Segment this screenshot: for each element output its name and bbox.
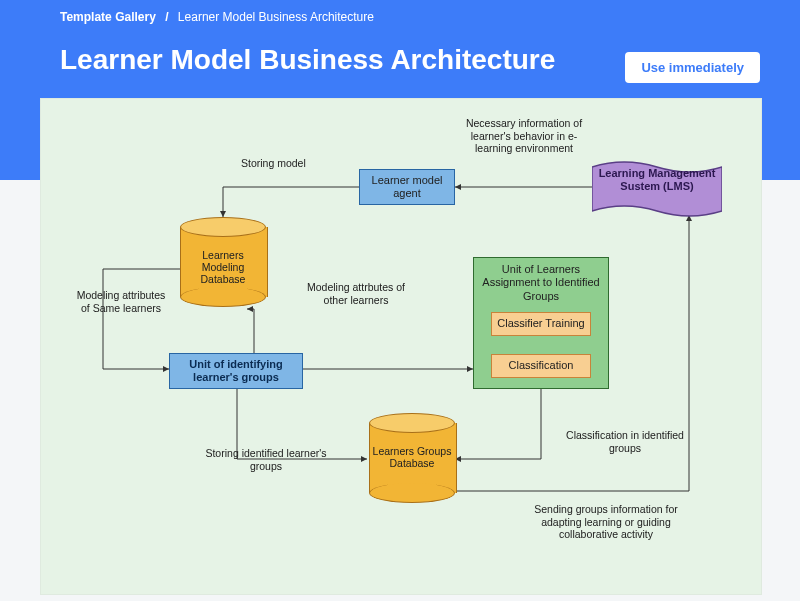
annot-modeling-same: Modeling attributes of Same learners <box>71 289 171 314</box>
annot-necessary-info: Necessary information of learner's behav… <box>459 117 589 155</box>
db-label: Learners Groups Database <box>369 445 455 469</box>
node-unit-identifying[interactable]: Unit of identifying learner's groups <box>169 353 303 389</box>
annot-sending-groups: Sending groups information for adapting … <box>521 503 691 541</box>
breadcrumb: Template Gallery / Learner Model Busines… <box>60 10 374 24</box>
node-assignment-group[interactable]: Unit of Learners Assignment to Identifie… <box>473 257 609 389</box>
annot-storing-groups: Storing identified learner's groups <box>191 447 341 472</box>
group-title: Unit of Learners Assignment to Identifie… <box>482 264 600 302</box>
page-title: Learner Model Business Architecture <box>60 44 555 76</box>
annot-classification-in: Classification in identified groups <box>565 429 685 454</box>
node-classifier-training[interactable]: Classifier Training <box>491 312 591 336</box>
annot-storing-model: Storing model <box>241 157 341 170</box>
use-immediately-button[interactable]: Use immediately <box>625 52 760 83</box>
diagram-canvas[interactable]: Learner model agent Learning Management … <box>40 98 762 595</box>
annot-modeling-other: Modeling attrbutes of other learners <box>296 281 416 306</box>
breadcrumb-separator: / <box>165 10 168 24</box>
node-learners-modeling-db[interactable]: Learners Modeling Database <box>180 217 266 307</box>
node-learners-groups-db[interactable]: Learners Groups Database <box>369 413 455 503</box>
breadcrumb-root-link[interactable]: Template Gallery <box>60 10 156 24</box>
node-classification[interactable]: Classification <box>491 354 591 378</box>
node-learner-model-agent[interactable]: Learner model agent <box>359 169 455 205</box>
db-label: Learners Modeling Database <box>180 249 266 285</box>
node-lms-label: Learning Management Sustem (LMS) <box>592 167 722 193</box>
breadcrumb-current: Learner Model Business Architecture <box>178 10 374 24</box>
node-lms[interactable]: Learning Management Sustem (LMS) <box>592 161 722 213</box>
